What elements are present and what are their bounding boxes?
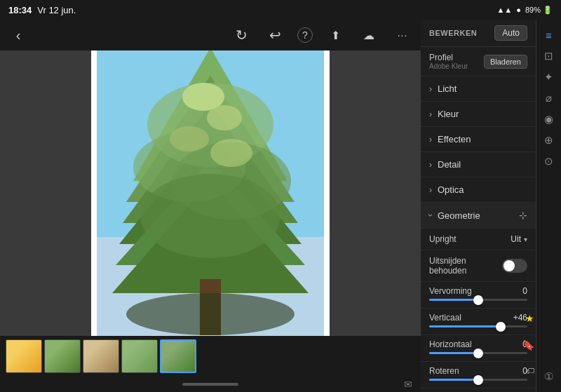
vervorming-track[interactable] xyxy=(429,299,527,301)
mail-button[interactable]: ✉ xyxy=(404,379,412,390)
uitsnijden-toggle[interactable] xyxy=(502,259,527,273)
section-kleur[interactable]: › Kleur xyxy=(421,102,536,127)
vervorming-label: Vervorming xyxy=(429,286,472,296)
horizontaal-track[interactable] xyxy=(429,352,527,354)
bladeren-button[interactable]: Bladeren xyxy=(484,55,527,69)
battery-icon: 89% 🔋 xyxy=(525,6,553,15)
refresh-button[interactable]: ↻ xyxy=(230,24,252,46)
chevron-right-icon: › xyxy=(429,109,432,119)
image-area xyxy=(0,50,421,336)
auto-button[interactable]: Auto xyxy=(494,25,527,41)
vervorming-value: 0 xyxy=(522,286,527,296)
verticaal-track[interactable] xyxy=(429,325,527,327)
brush-icon[interactable]: ⌀ xyxy=(539,88,559,108)
svg-point-13 xyxy=(207,105,242,130)
chevron-right-icon: › xyxy=(429,84,432,94)
thumbnail-1[interactable] xyxy=(6,339,42,373)
upright-row: Upright Uit ▾ xyxy=(421,229,536,250)
verticaal-label: Verticaal xyxy=(429,313,461,323)
thumbnail-2[interactable] xyxy=(44,339,81,373)
thumbnail-3[interactable] xyxy=(83,339,119,373)
chevron-right-icon: › xyxy=(429,185,432,195)
crop-icon[interactable]: ⊡ xyxy=(539,46,559,66)
section-optica-label: Optica xyxy=(438,184,464,195)
vervorming-slider-row: Vervorming 0 xyxy=(421,282,536,309)
help-button[interactable]: ? xyxy=(297,27,313,43)
share-icon[interactable]: ⊕ xyxy=(539,130,559,150)
profile-section: Profiel Adobe Kleur Bladeren xyxy=(421,47,536,76)
upright-dropdown[interactable]: Uit ▾ xyxy=(511,234,527,244)
bottom-bar: ✉ xyxy=(0,377,421,392)
favorite-icon[interactable]: ★ xyxy=(525,313,534,324)
uitsnijden-row: Uitsnijden behouden xyxy=(421,250,536,282)
toggle-knob xyxy=(503,260,515,271)
profile-label: Profiel xyxy=(429,53,468,62)
roteren-track[interactable] xyxy=(429,379,527,381)
undo-button[interactable]: ↩ xyxy=(264,24,286,46)
section-licht-label: Licht xyxy=(438,83,457,94)
horizontaal-label: Horizontaal xyxy=(429,339,472,349)
svg-point-14 xyxy=(170,126,209,151)
horizontaal-slider-row: Horizontaal 0 🔖 xyxy=(421,335,536,362)
gradient-icon[interactable]: ◉ xyxy=(539,109,559,129)
chevron-down-icon: › xyxy=(426,214,435,217)
roteren-slider-row: Roteren 0 🏷 xyxy=(421,362,536,388)
top-nav: ‹ ↻ ↩ ? ⬆ ☁ ··· xyxy=(0,20,421,50)
heal-icon[interactable]: ✦ xyxy=(539,67,559,87)
thumbnail-5[interactable] xyxy=(160,339,196,373)
edit-label: BEWERKEN xyxy=(429,29,477,37)
preset-icon[interactable]: ⊙ xyxy=(539,151,559,171)
chevron-right-icon: › xyxy=(429,160,432,170)
sliders-icon[interactable]: ≡ xyxy=(539,25,559,45)
photo-frame xyxy=(91,50,330,336)
scroll-indicator xyxy=(182,383,238,386)
section-kleur-label: Kleur xyxy=(438,109,459,119)
section-optica[interactable]: › Optica xyxy=(421,177,536,203)
right-panel: BEWERKEN Auto Profiel Adobe Kleur Blader… xyxy=(421,20,536,392)
edit-header: BEWERKEN Auto xyxy=(421,20,536,47)
profile-sublabel: Adobe Kleur xyxy=(429,62,468,70)
geometry-tool-icon[interactable]: ⊹ xyxy=(519,210,527,221)
status-date: Vr 12 jun. xyxy=(37,5,76,15)
section-geometrie-label: Geometrie xyxy=(438,210,480,221)
svg-point-17 xyxy=(126,293,295,335)
back-button[interactable]: ‹ xyxy=(7,24,29,46)
share-button[interactable]: ⬆ xyxy=(324,24,346,46)
status-bar: 18:34 Vr 12 jun. ▲▲ ● 89% 🔋 xyxy=(0,0,561,20)
more-options-icon[interactable]: ① xyxy=(539,367,559,386)
upright-value: Uit xyxy=(511,234,521,244)
status-time: 18:34 xyxy=(8,5,32,15)
section-geometrie[interactable]: › Geometrie ⊹ xyxy=(421,203,536,229)
svg-point-15 xyxy=(210,139,252,167)
tag-icon[interactable]: 🏷 xyxy=(526,366,534,376)
thumbnail-strip xyxy=(0,336,421,377)
section-detail-label: Detail xyxy=(438,159,461,170)
chevron-right-icon: › xyxy=(429,135,432,144)
roteren-label: Roteren xyxy=(429,366,459,376)
thumbnail-4[interactable] xyxy=(121,339,158,373)
bookmark-icon[interactable]: 🔖 xyxy=(522,339,534,351)
wifi-icon: ▲▲ xyxy=(496,6,512,14)
side-icon-bar: ≡ ⊡ ✦ ⌀ ◉ ⊕ ⊙ ① xyxy=(536,20,561,392)
section-detail[interactable]: › Detail xyxy=(421,152,536,177)
more-button[interactable]: ··· xyxy=(391,24,414,46)
signal-icon: ● xyxy=(516,6,521,14)
section-effecten[interactable]: › Effecten xyxy=(421,127,536,152)
section-effecten-label: Effecten xyxy=(438,134,471,144)
svg-point-11 xyxy=(140,174,280,258)
dropdown-arrow-icon: ▾ xyxy=(524,236,527,243)
cloud-button[interactable]: ☁ xyxy=(358,24,380,46)
upright-label: Upright xyxy=(429,234,511,244)
section-licht[interactable]: › Licht xyxy=(421,76,536,102)
uitsnijden-label: Uitsnijden behouden xyxy=(429,256,502,276)
verticaal-slider-row: Verticaal +46 ★ xyxy=(421,309,536,335)
